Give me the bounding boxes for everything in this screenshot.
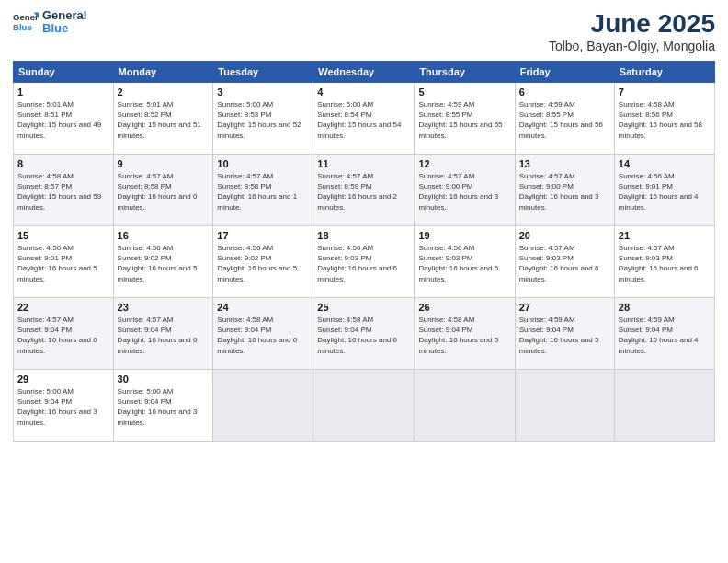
day-info: Sunrise: 5:01 AMSunset: 8:51 PMDaylight:… xyxy=(17,99,109,141)
day-number: 29 xyxy=(17,373,109,385)
col-monday: Monday xyxy=(113,62,213,83)
svg-text:General: General xyxy=(13,13,39,23)
calendar-cell: 10Sunrise: 4:57 AMSunset: 8:58 PMDayligh… xyxy=(213,155,313,226)
logo: General Blue General Blue xyxy=(13,9,86,36)
day-info: Sunrise: 4:57 AMSunset: 9:00 PMDaylight:… xyxy=(418,171,510,213)
day-number: 16 xyxy=(118,230,210,241)
day-number: 30 xyxy=(118,373,210,385)
calendar-cell: 19Sunrise: 4:56 AMSunset: 9:03 PMDayligh… xyxy=(415,226,515,298)
day-info: Sunrise: 4:56 AMSunset: 9:03 PMDaylight:… xyxy=(317,243,410,284)
calendar-week-4: 29Sunrise: 5:00 AMSunset: 9:04 PMDayligh… xyxy=(14,370,715,442)
day-number: 28 xyxy=(619,302,711,313)
header: General Blue General Blue June 2025 Tolb… xyxy=(13,9,715,53)
calendar-week-0: 1Sunrise: 5:01 AMSunset: 8:51 PMDaylight… xyxy=(14,83,715,155)
calendar-table: Sunday Monday Tuesday Wednesday Thursday… xyxy=(13,61,715,442)
calendar-cell: 22Sunrise: 4:57 AMSunset: 9:04 PMDayligh… xyxy=(14,298,114,370)
day-number: 25 xyxy=(317,302,410,313)
calendar-cell: 28Sunrise: 4:59 AMSunset: 9:04 PMDayligh… xyxy=(614,298,714,370)
day-info: Sunrise: 5:00 AMSunset: 8:54 PMDaylight:… xyxy=(317,99,410,141)
col-sunday: Sunday xyxy=(14,62,114,83)
day-info: Sunrise: 4:58 AMSunset: 9:04 PMDaylight:… xyxy=(217,315,309,356)
calendar-cell: 30Sunrise: 5:00 AMSunset: 9:04 PMDayligh… xyxy=(113,370,213,442)
day-number: 13 xyxy=(519,158,610,169)
day-number: 6 xyxy=(519,86,610,98)
calendar-cell: 7Sunrise: 4:58 AMSunset: 8:56 PMDaylight… xyxy=(614,83,714,155)
calendar-cell: 29Sunrise: 5:00 AMSunset: 9:04 PMDayligh… xyxy=(14,370,114,442)
day-info: Sunrise: 4:59 AMSunset: 9:04 PMDaylight:… xyxy=(519,315,610,356)
calendar-cell: 23Sunrise: 4:57 AMSunset: 9:04 PMDayligh… xyxy=(113,298,213,370)
day-number: 10 xyxy=(217,158,309,169)
day-number: 3 xyxy=(217,86,309,98)
calendar-week-1: 8Sunrise: 4:58 AMSunset: 8:57 PMDaylight… xyxy=(14,155,715,226)
day-number: 26 xyxy=(418,302,510,313)
day-number: 7 xyxy=(619,86,711,98)
day-info: Sunrise: 4:57 AMSunset: 8:58 PMDaylight:… xyxy=(118,171,210,213)
calendar-cell xyxy=(313,370,415,442)
day-number: 4 xyxy=(317,86,410,98)
svg-text:Blue: Blue xyxy=(13,22,32,32)
calendar-cell: 3Sunrise: 5:00 AMSunset: 8:53 PMDaylight… xyxy=(213,83,313,155)
calendar-cell: 13Sunrise: 4:57 AMSunset: 9:00 PMDayligh… xyxy=(515,155,614,226)
calendar-week-3: 22Sunrise: 4:57 AMSunset: 9:04 PMDayligh… xyxy=(14,298,715,370)
col-friday: Friday xyxy=(515,62,614,83)
calendar-cell: 8Sunrise: 4:58 AMSunset: 8:57 PMDaylight… xyxy=(14,155,114,226)
calendar-cell: 17Sunrise: 4:56 AMSunset: 9:02 PMDayligh… xyxy=(213,226,313,298)
calendar-cell xyxy=(415,370,515,442)
day-number: 11 xyxy=(317,158,410,169)
day-info: Sunrise: 4:57 AMSunset: 8:59 PMDaylight:… xyxy=(317,171,410,213)
day-info: Sunrise: 4:56 AMSunset: 9:02 PMDaylight:… xyxy=(217,243,309,284)
col-wednesday: Wednesday xyxy=(313,62,415,83)
day-info: Sunrise: 4:58 AMSunset: 8:57 PMDaylight:… xyxy=(17,171,109,213)
col-tuesday: Tuesday xyxy=(213,62,313,83)
calendar-cell: 5Sunrise: 4:59 AMSunset: 8:55 PMDaylight… xyxy=(415,83,515,155)
calendar-cell: 27Sunrise: 4:59 AMSunset: 9:04 PMDayligh… xyxy=(515,298,614,370)
col-saturday: Saturday xyxy=(614,62,714,83)
month-title: June 2025 xyxy=(549,9,715,39)
day-info: Sunrise: 5:00 AMSunset: 8:53 PMDaylight:… xyxy=(217,99,309,141)
day-number: 5 xyxy=(418,86,510,98)
calendar-cell: 2Sunrise: 5:01 AMSunset: 8:52 PMDaylight… xyxy=(113,83,213,155)
day-info: Sunrise: 4:58 AMSunset: 9:04 PMDaylight:… xyxy=(418,315,510,356)
day-number: 27 xyxy=(519,302,610,313)
page: General Blue General Blue June 2025 Tolb… xyxy=(0,0,728,563)
day-info: Sunrise: 4:57 AMSunset: 9:00 PMDaylight:… xyxy=(519,171,610,213)
location: Tolbo, Bayan-Olgiy, Mongolia xyxy=(549,39,715,53)
day-number: 15 xyxy=(17,230,109,241)
header-row: Sunday Monday Tuesday Wednesday Thursday… xyxy=(14,62,715,83)
day-info: Sunrise: 4:56 AMSunset: 9:02 PMDaylight:… xyxy=(118,243,210,284)
day-number: 2 xyxy=(118,86,210,98)
day-info: Sunrise: 4:58 AMSunset: 8:56 PMDaylight:… xyxy=(619,99,711,141)
day-info: Sunrise: 4:57 AMSunset: 9:03 PMDaylight:… xyxy=(519,243,610,284)
calendar-cell: 1Sunrise: 5:01 AMSunset: 8:51 PMDaylight… xyxy=(14,83,114,155)
day-number: 18 xyxy=(317,230,410,241)
day-info: Sunrise: 5:00 AMSunset: 9:04 PMDaylight:… xyxy=(17,386,109,428)
calendar-cell xyxy=(213,370,313,442)
day-number: 8 xyxy=(17,158,109,169)
day-info: Sunrise: 4:56 AMSunset: 9:03 PMDaylight:… xyxy=(418,243,510,284)
day-number: 17 xyxy=(217,230,309,241)
day-info: Sunrise: 5:01 AMSunset: 8:52 PMDaylight:… xyxy=(118,99,210,141)
calendar-cell: 16Sunrise: 4:56 AMSunset: 9:02 PMDayligh… xyxy=(113,226,213,298)
day-info: Sunrise: 5:00 AMSunset: 9:04 PMDaylight:… xyxy=(118,386,210,428)
calendar-cell: 12Sunrise: 4:57 AMSunset: 9:00 PMDayligh… xyxy=(415,155,515,226)
day-info: Sunrise: 4:58 AMSunset: 9:04 PMDaylight:… xyxy=(317,315,410,356)
calendar-week-2: 15Sunrise: 4:56 AMSunset: 9:01 PMDayligh… xyxy=(14,226,715,298)
day-info: Sunrise: 4:57 AMSunset: 9:03 PMDaylight:… xyxy=(619,243,711,284)
calendar-cell: 21Sunrise: 4:57 AMSunset: 9:03 PMDayligh… xyxy=(614,226,714,298)
calendar-cell: 4Sunrise: 5:00 AMSunset: 8:54 PMDaylight… xyxy=(313,83,415,155)
day-number: 22 xyxy=(17,302,109,313)
calendar-cell: 11Sunrise: 4:57 AMSunset: 8:59 PMDayligh… xyxy=(313,155,415,226)
calendar-cell: 26Sunrise: 4:58 AMSunset: 9:04 PMDayligh… xyxy=(415,298,515,370)
day-number: 20 xyxy=(519,230,610,241)
day-info: Sunrise: 4:57 AMSunset: 9:04 PMDaylight:… xyxy=(17,315,109,356)
day-number: 23 xyxy=(118,302,210,313)
calendar-cell: 9Sunrise: 4:57 AMSunset: 8:58 PMDaylight… xyxy=(113,155,213,226)
day-number: 24 xyxy=(217,302,309,313)
day-number: 1 xyxy=(17,86,109,98)
day-number: 21 xyxy=(619,230,711,241)
day-info: Sunrise: 4:57 AMSunset: 9:04 PMDaylight:… xyxy=(118,315,210,356)
day-info: Sunrise: 4:59 AMSunset: 9:04 PMDaylight:… xyxy=(619,315,711,356)
day-number: 14 xyxy=(619,158,711,169)
day-info: Sunrise: 4:59 AMSunset: 8:55 PMDaylight:… xyxy=(418,99,510,141)
day-info: Sunrise: 4:57 AMSunset: 8:58 PMDaylight:… xyxy=(217,171,309,213)
